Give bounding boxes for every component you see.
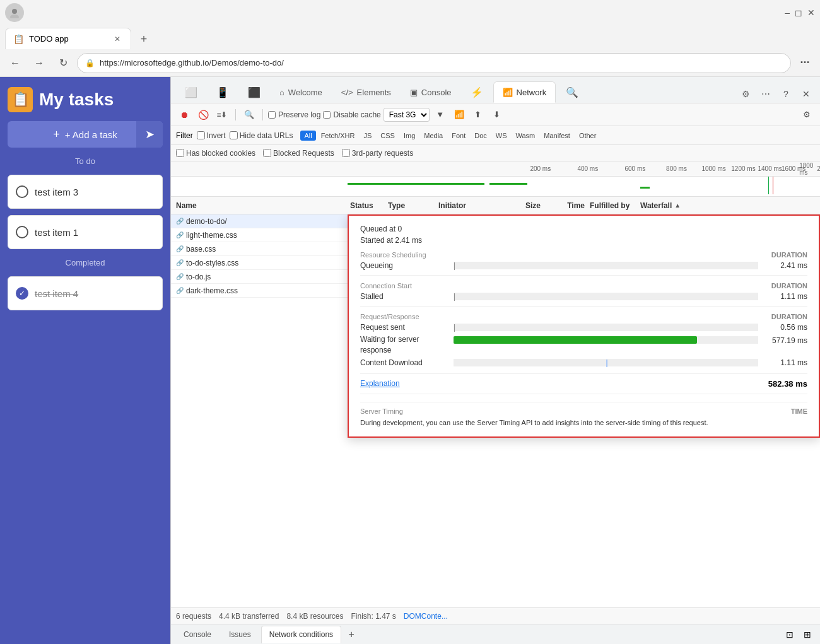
devtools-tab-issues-icon[interactable]: ⚡ [462,81,492,103]
col-size[interactable]: Size [499,201,543,210]
tab-close-button[interactable]: ✕ [112,33,123,45]
devtools-help-icon[interactable]: ? [777,85,795,103]
filter-manifest-button[interactable]: Manifest [540,131,574,141]
tabs-bar: 📋 TODO app ✕ + [0,25,820,49]
wp-content-download-row: Content Download | 1.11 ms [360,358,807,367]
devtools-tab-console[interactable]: ▣ Console [401,81,460,103]
filter-img-button[interactable]: Img [400,131,419,141]
todo-item-1[interactable]: test item 3 [8,175,163,209]
filter-doc-button[interactable]: Doc [471,131,491,141]
download-icon[interactable]: ⬇ [489,107,505,123]
tick-600: 600 ms [624,165,645,172]
devtools-tab-welcome-label: Welcome [288,88,322,97]
address-url: https://microsoftedge.github.io/Demos/de… [100,58,783,67]
col-initiator[interactable]: Initiator [436,201,499,210]
filter-fetch-xhr-button[interactable]: Fetch/XHR [317,131,359,141]
add-task-arrow-icon[interactable]: ➤ [136,121,163,148]
bottom-tab-network-conditions-label: Network conditions [269,630,333,639]
waterfall-sort-icon[interactable]: ▲ [674,202,681,209]
add-task-button[interactable]: + + Add a task ➤ [8,121,163,148]
todo-item-text-2: test item 1 [35,227,78,238]
maximize-button[interactable]: ◻ [795,8,802,18]
col-type[interactable]: Type [385,201,436,210]
todo-checkbox-1[interactable] [16,185,28,198]
devtools-more-icon[interactable]: ⋯ [757,85,775,103]
bottom-tab-network-conditions[interactable]: Network conditions [261,626,341,643]
devtools-tab-welcome[interactable]: ⌂ Welcome [271,81,331,103]
filter-ws-button[interactable]: WS [492,131,511,141]
search-network-icon[interactable]: 🔍 [241,107,257,123]
todo-title: My tasks [39,90,114,110]
todo-item-completed-1[interactable]: ✓ test item 4 [8,276,163,310]
elements-icon: </> [341,88,353,97]
new-tab-button[interactable]: + [134,29,154,49]
filter-type-buttons: All Fetch/XHR JS CSS Img Media Font Doc … [300,131,600,141]
disable-cache-input[interactable] [323,111,331,119]
disable-cache-checkbox[interactable]: Disable cache [323,110,380,119]
filter-other-button[interactable]: Other [575,131,600,141]
upload-icon[interactable]: ⬆ [470,107,486,123]
col-fulfilled[interactable]: Fulfilled by [587,201,638,210]
preserve-log-input[interactable] [268,111,276,119]
devtools-tab-device[interactable]: 📱 [208,81,238,103]
tab-favicon: 📋 [13,34,24,44]
col-time[interactable]: Time [543,201,587,210]
explanation-link[interactable]: Explanation [360,379,400,388]
throttle-select[interactable]: Fast 3G [384,108,430,122]
todo-logo: 📋 [8,87,33,112]
filter-wasm-button[interactable]: Wasm [512,131,539,141]
invert-checkbox[interactable]: Invert [197,131,226,140]
devtools-tab-network[interactable]: 📶 network [493,81,556,103]
wp-separator-3 [360,394,807,394]
record-button[interactable]: ⏺ [176,107,192,123]
hide-data-urls-label: Hide data URLs [240,131,293,140]
wp-queued-at: Queued at 0 [360,225,807,233]
filter-css-button[interactable]: CSS [377,131,399,141]
devtools-close-icon[interactable]: ✕ [797,85,815,103]
devtools-tab-elements[interactable]: </> Elements [332,81,400,103]
fetch-icon[interactable]: ≡⬇ [214,107,230,123]
todo-checkbox-completed-1[interactable]: ✓ [16,287,28,300]
waterfall-label: Waterfall [640,201,672,210]
col-name[interactable]: Name [171,201,348,210]
address-bar[interactable]: 🔒 https://microsoftedge.github.io/Demos/… [77,53,791,73]
col-status[interactable]: Status [348,201,385,210]
refresh-button[interactable]: ↻ [53,53,73,73]
hide-data-urls-checkbox[interactable]: Hide data URLs [230,131,293,140]
close-button[interactable]: ✕ [807,8,815,18]
back-button[interactable]: ← [5,53,25,73]
col-waterfall[interactable]: Waterfall ▲ [638,201,820,210]
bottom-dock-icon[interactable]: ⊞ [800,627,815,642]
clear-button[interactable]: 🚫 [195,107,211,123]
bottom-tab-add-button[interactable]: + [344,627,359,642]
bottom-detach-icon[interactable]: ⊡ [782,627,797,642]
bottom-tab-issues-label: Issues [229,630,251,639]
preserve-log-checkbox[interactable]: Preserve log [268,110,320,119]
devtools-tab-split[interactable]: ⬛ [239,81,269,103]
throttle-down-icon[interactable]: ▼ [432,107,448,123]
row-name-1: 🔗 demo-to-do/ [171,217,348,226]
filter-font-button[interactable]: Font [448,131,469,141]
wifi-icon[interactable]: 📶 [451,107,467,123]
todo-item-2[interactable]: test item 1 [8,215,163,249]
blocked-requests-checkbox[interactable]: Blocked Requests [263,149,334,158]
devtools-tab-inspect[interactable]: ⬜ [176,81,206,103]
devtools-settings-icon[interactable]: ⚙ [737,85,754,103]
bottom-tab-console[interactable]: Console [176,626,219,643]
wp-request-sent-row: Request sent | 0.56 ms [360,323,807,332]
devtools-tab-search-icon[interactable]: 🔍 [557,81,587,103]
filter-js-button[interactable]: JS [360,131,375,141]
active-tab[interactable]: 📋 TODO app ✕ [5,28,131,49]
todo-checkbox-2[interactable] [16,226,28,238]
bottom-tabs: Console Issues Network conditions + ⊡ ⊞ [171,624,820,644]
minimize-button[interactable]: – [785,8,790,18]
has-blocked-cookies-checkbox[interactable]: Has blocked cookies [176,149,255,158]
forward-button[interactable]: → [29,53,49,73]
profile-icon[interactable] [5,3,24,22]
browser-menu-button[interactable]: ··· [795,53,815,73]
filter-all-button[interactable]: All [300,131,315,141]
third-party-checkbox[interactable]: 3rd-party requests [342,149,413,158]
filter-media-button[interactable]: Media [420,131,447,141]
network-settings-icon[interactable]: ⚙ [799,107,815,123]
bottom-tab-issues[interactable]: Issues [221,626,259,643]
